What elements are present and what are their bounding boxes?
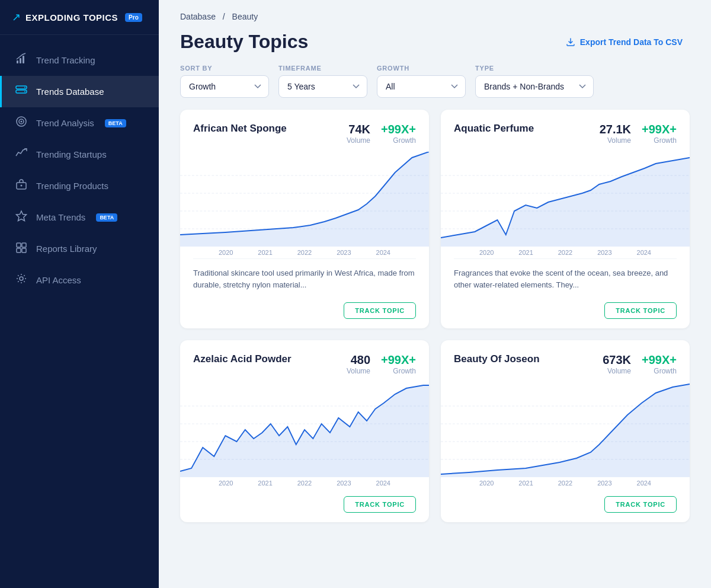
breadcrumb-parent[interactable]: Database [180,12,216,21]
sidebar-item-meta-trends[interactable]: Meta Trends BETA [0,202,159,233]
trend-tracking-icon [15,53,28,68]
logo-area: ↗ EXPLODING TOPICS Pro [0,0,159,35]
card-stats: 673K Volume +99X+ Growth [603,353,677,375]
sidebar-label-meta-trends: Meta Trends [36,212,85,222]
card-stats: 74K Volume +99X+ Growth [347,123,416,145]
trend-analysis-icon [15,116,28,130]
track-topic-button[interactable]: TRACK TOPIC [604,302,677,319]
sidebar-item-reports-library[interactable]: Reports Library [0,233,159,264]
sidebar-label-trending-products: Trending Products [36,181,108,191]
svg-point-11 [21,185,23,187]
track-topic-button[interactable]: TRACK TOPIC [344,496,416,513]
chart-labels: 2020 2021 2022 2023 2024 [454,477,677,489]
sidebar-label-trends-database: Trends Database [36,87,104,97]
volume-value: 27.1K [600,123,631,136]
sidebar-label-reports-library: Reports Library [36,244,97,254]
app-name: EXPLODING TOPICS [25,12,118,23]
card-footer: TRACK TOPIC [193,295,416,328]
card-description: Traditional skincare tool used primarily… [193,258,416,295]
breadcrumb-separator: / [223,12,225,21]
svg-rect-1 [20,58,21,63]
trending-startups-icon [15,147,28,162]
growth-select[interactable]: All Explosive Regular Peaked [377,75,466,98]
growth-label: GROWTH [377,65,466,72]
export-label: Export Trend Data To CSV [580,37,683,47]
nav-items: Trend Tracking Trends Database Trend Ana… [0,35,159,588]
card-title[interactable]: Aquatic Perfume [454,123,534,135]
sidebar-label-trending-startups: Trending Startups [36,149,107,159]
filters-bar: SORT BY Growth Volume Newest TIMEFRAME 1… [159,65,711,110]
svg-rect-0 [17,60,18,63]
card-footer: TRACK TOPIC [454,295,677,328]
sidebar-item-trending-products[interactable]: Trending Products [0,170,159,202]
sidebar-label-api-access: API Access [36,275,81,285]
logo-icon: ↗ [12,11,21,24]
chart-labels: 2020 2021 2022 2023 2024 [193,477,416,489]
track-topic-button[interactable]: TRACK TOPIC [604,496,677,513]
meta-trends-beta-badge: BETA [96,213,117,222]
volume-value: 74K [348,123,370,136]
svg-rect-15 [17,248,21,253]
card-stats: 27.1K Volume +99X+ Growth [600,123,677,145]
type-select[interactable]: Brands + Non-Brands Brands Only Non-Bran… [475,75,594,98]
sort-by-select[interactable]: Growth Volume Newest [180,75,269,98]
svg-point-5 [24,87,25,88]
type-label: TYPE [475,65,594,72]
sidebar-item-api-access[interactable]: API Access [0,264,159,296]
chart-labels: 2020 2021 2022 2023 2024 [193,247,416,258]
pro-badge: Pro [125,13,142,22]
card-header: Aquatic Perfume 27.1K Volume +99X+ Growt… [454,123,677,145]
card-header: Beauty Of Joseon 673K Volume +99X+ Growt… [454,353,677,375]
sidebar-item-trend-tracking[interactable]: Trend Tracking [0,44,159,76]
svg-rect-16 [22,248,26,253]
card-aquatic-perfume: Aquatic Perfume 27.1K Volume +99X+ Growt… [441,110,690,328]
sidebar-label-trend-analysis: Trend Analysis [36,118,94,128]
chart-aquatic-perfume [441,152,690,247]
sidebar-item-trend-analysis[interactable]: Trend Analysis BETA [0,107,159,139]
breadcrumb: Database / Beauty [159,0,711,21]
meta-trends-icon [15,210,28,225]
growth-value: +99X+ [381,123,416,136]
growth-value: +99X+ [642,123,677,136]
growth-value: +99X+ [381,353,416,367]
card-title[interactable]: African Net Sponge [193,123,287,135]
timeframe-filter: TIMEFRAME 1 Year 2 Years 5 Years [278,65,367,98]
timeframe-select[interactable]: 1 Year 2 Years 5 Years [278,75,367,98]
main-content: Database / Beauty Beauty Topics Export T… [159,0,711,588]
svg-rect-2 [23,56,24,63]
type-filter: TYPE Brands + Non-Brands Brands Only Non… [475,65,594,98]
download-icon [566,37,575,47]
growth-filter: GROWTH All Explosive Regular Peaked [377,65,466,98]
sidebar: ↗ EXPLODING TOPICS Pro Trend Tracking Tr… [0,0,159,588]
volume-value: 673K [603,353,631,367]
card-african-net-sponge: African Net Sponge 74K Volume +99X+ Grow… [180,110,429,328]
sort-by-label: SORT BY [180,65,269,72]
card-header: African Net Sponge 74K Volume +99X+ Grow… [193,123,416,145]
svg-point-9 [21,121,23,123]
svg-marker-12 [17,211,27,221]
chart-labels: 2020 2021 2022 2023 2024 [454,247,677,258]
svg-rect-14 [22,243,26,247]
breadcrumb-current: Beauty [232,12,258,21]
chart-azelaic-acid-powder [180,382,429,477]
volume-value: 480 [351,353,370,367]
trending-products-icon [15,178,28,193]
chart-beauty-of-joseon [441,382,690,477]
card-footer: TRACK TOPIC [454,489,677,522]
export-button[interactable]: Export Trend Data To CSV [559,33,690,52]
card-header: Azelaic Acid Powder 480 Volume +99X+ Gro… [193,353,416,375]
card-beauty-of-joseon: Beauty Of Joseon 673K Volume +99X+ Growt… [441,340,690,522]
card-title[interactable]: Azelaic Acid Powder [193,353,292,365]
card-description: Fragrances that evoke the scent of the o… [454,258,677,295]
page-header: Beauty Topics Export Trend Data To CSV [159,21,711,65]
chart-african-net-sponge [180,152,429,247]
card-footer: TRACK TOPIC [193,489,416,522]
page-title: Beauty Topics [180,31,308,53]
sidebar-item-trending-startups[interactable]: Trending Startups [0,139,159,170]
track-topic-button[interactable]: TRACK TOPIC [344,302,416,319]
card-title[interactable]: Beauty Of Joseon [454,353,540,365]
svg-point-6 [24,91,25,92]
sort-by-filter: SORT BY Growth Volume Newest [180,65,269,98]
sidebar-item-trends-database[interactable]: Trends Database [0,76,159,107]
api-access-icon [15,273,28,287]
